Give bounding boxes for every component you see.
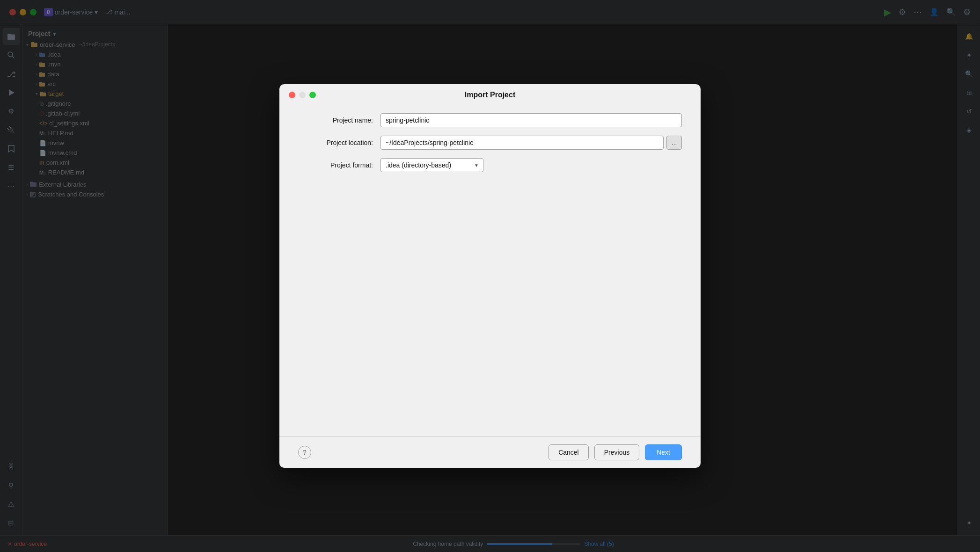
project-format-select[interactable]: .idea (directory-based) .ipr (file based… bbox=[380, 158, 483, 172]
footer-right: Cancel Previous Next bbox=[549, 444, 682, 460]
modal-title-bar: Import Project bbox=[279, 84, 701, 104]
modal-traffic-lights bbox=[289, 92, 316, 98]
project-format-label: Project format: bbox=[298, 161, 373, 169]
project-format-select-wrapper: .idea (directory-based) .ipr (file based… bbox=[380, 158, 483, 172]
next-button[interactable]: Next bbox=[645, 444, 682, 460]
project-format-row: Project format: .idea (directory-based) … bbox=[298, 158, 682, 172]
project-name-label: Project name: bbox=[298, 116, 373, 124]
footer-left: ? bbox=[298, 446, 311, 459]
modal-overlay: Import Project Project name: Project loc… bbox=[0, 0, 980, 552]
modal-maximize-button[interactable] bbox=[309, 92, 316, 98]
project-location-label: Project location: bbox=[298, 139, 373, 146]
modal-title: Import Project bbox=[465, 91, 515, 99]
modal-content-area bbox=[298, 181, 682, 405]
project-location-row: Project location: ... bbox=[298, 136, 682, 150]
modal-body: Project name: Project location: ... Proj… bbox=[279, 104, 701, 436]
modal-close-button[interactable] bbox=[289, 92, 295, 98]
cancel-button[interactable]: Cancel bbox=[549, 444, 589, 460]
modal-footer: ? Cancel Previous Next bbox=[279, 436, 701, 468]
help-button[interactable]: ? bbox=[298, 446, 311, 459]
browse-button[interactable]: ... bbox=[666, 136, 682, 150]
previous-button[interactable]: Previous bbox=[594, 444, 639, 460]
import-project-dialog: Import Project Project name: Project loc… bbox=[279, 84, 701, 468]
project-name-input[interactable] bbox=[380, 113, 682, 127]
project-location-input-group: ... bbox=[380, 136, 682, 150]
modal-minimize-button[interactable] bbox=[299, 92, 306, 98]
project-location-input[interactable] bbox=[380, 136, 664, 150]
project-name-row: Project name: bbox=[298, 113, 682, 127]
ide-window: 0 order-service ▾ ⎇ mai... ▶ ⚙ ⋯ 👤 🔍 ⚙ bbox=[0, 0, 980, 552]
